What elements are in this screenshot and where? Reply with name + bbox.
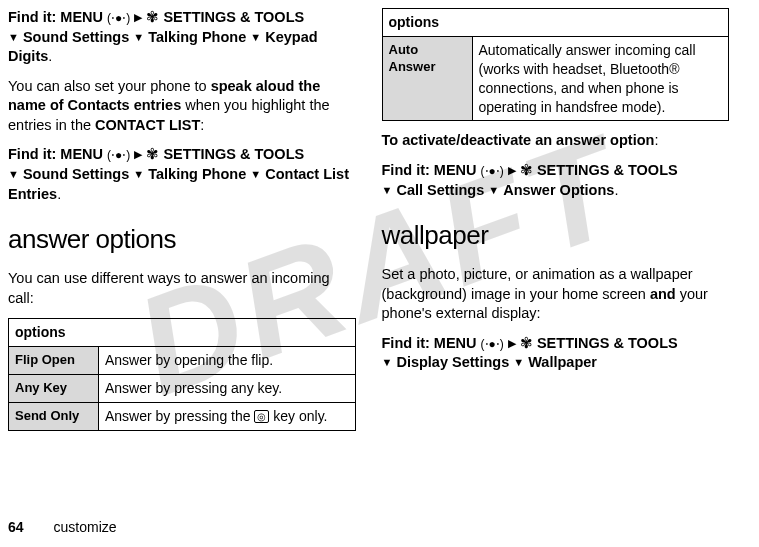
right-column: options Auto Answer Automatically answer… — [382, 8, 730, 500]
option-desc: Answer by pressing the ◎ key only. — [99, 402, 356, 430]
text: Set a photo, picture, or animation as a … — [382, 266, 693, 302]
option-desc: Answer by pressing any key. — [99, 375, 356, 403]
find-it-2: Find it: MENU (⋅●⋅) ▶ ✾ SETTINGS & TOOLS… — [8, 145, 356, 204]
find-label: Find it: — [382, 162, 430, 178]
option-desc: Answer by opening the flip. — [99, 347, 356, 375]
table-row: Auto Answer Automatically answer incomin… — [382, 36, 729, 121]
find-label: Find it: — [8, 146, 56, 162]
path-talking: Talking Phone — [148, 166, 246, 182]
settings-tools: SETTINGS & TOOLS — [537, 335, 678, 351]
option-name: Send Only — [9, 402, 99, 430]
section-label: customize — [54, 519, 117, 535]
center-key-icon: (⋅●⋅) — [481, 336, 504, 352]
find-label: Find it: — [8, 9, 56, 25]
wallpaper-heading: wallpaper — [382, 218, 730, 253]
tools-icon: ✾ — [146, 146, 159, 162]
contacts-paragraph: You can also set your phone to speak alo… — [8, 77, 356, 136]
path-sound: Sound Settings — [23, 29, 129, 45]
text: You can also set your phone to — [8, 78, 211, 94]
down-icon: ▼ — [8, 168, 19, 180]
down-icon: ▼ — [382, 184, 393, 196]
option-name: Flip Open — [9, 347, 99, 375]
option-name: Any Key — [9, 375, 99, 403]
left-column: Find it: MENU (⋅●⋅) ▶ ✾ SETTINGS & TOOLS… — [8, 8, 356, 500]
path-sound: Sound Settings — [23, 166, 129, 182]
menu-label: MENU — [60, 9, 103, 25]
down-icon: ▼ — [250, 31, 261, 43]
desc-b: key only. — [269, 408, 327, 424]
table-row: Send Only Answer by pressing the ◎ key o… — [9, 402, 356, 430]
answer-intro: You can use different ways to answer an … — [8, 269, 356, 308]
arrow-icon: ▶ — [134, 11, 142, 23]
options-table-left: options Flip Open Answer by opening the … — [8, 318, 356, 431]
path-call: Call Settings — [396, 182, 484, 198]
options-table-right: options Auto Answer Automatically answer… — [382, 8, 730, 121]
table-header: options — [382, 9, 729, 37]
tools-icon: ✾ — [520, 162, 533, 178]
option-desc: Automatically answer incoming call (work… — [472, 36, 729, 121]
page-body: Find it: MENU (⋅●⋅) ▶ ✾ SETTINGS & TOOLS… — [0, 0, 759, 500]
settings-tools: SETTINGS & TOOLS — [163, 9, 304, 25]
table-header: options — [9, 319, 356, 347]
center-key-icon: (⋅●⋅) — [481, 163, 504, 179]
tools-icon: ✾ — [146, 9, 159, 25]
table-row: Any Key Answer by pressing any key. — [9, 375, 356, 403]
down-icon: ▼ — [488, 184, 499, 196]
option-name: Auto Answer — [382, 36, 472, 121]
down-icon: ▼ — [382, 356, 393, 368]
path-answer: Answer Options — [503, 182, 614, 198]
settings-tools: SETTINGS & TOOLS — [163, 146, 304, 162]
path-talking: Talking Phone — [148, 29, 246, 45]
down-icon: ▼ — [8, 31, 19, 43]
find-label: Find it: — [382, 335, 430, 351]
find-it-4: Find it: MENU (⋅●⋅) ▶ ✾ SETTINGS & TOOLS… — [382, 334, 730, 373]
activate-line: To activate/deactivate an answer option: — [382, 131, 730, 151]
tools-icon: ✾ — [520, 335, 533, 351]
path-wallpaper: Wallpaper — [528, 354, 597, 370]
settings-tools: SETTINGS & TOOLS — [537, 162, 678, 178]
path-display: Display Settings — [396, 354, 509, 370]
activate-bold: To activate/deactivate an answer option — [382, 132, 655, 148]
find-it-3: Find it: MENU (⋅●⋅) ▶ ✾ SETTINGS & TOOLS… — [382, 161, 730, 200]
find-it-1: Find it: MENU (⋅●⋅) ▶ ✾ SETTINGS & TOOLS… — [8, 8, 356, 67]
contact-list-label: CONTACT LIST — [95, 117, 200, 133]
desc-a: Answer by pressing the — [105, 408, 254, 424]
down-icon: ▼ — [133, 168, 144, 180]
center-key-icon: (⋅●⋅) — [107, 147, 130, 163]
footer: 64customize — [8, 519, 117, 535]
table-row: Flip Open Answer by opening the flip. — [9, 347, 356, 375]
center-key-icon: (⋅●⋅) — [107, 10, 130, 26]
menu-label: MENU — [60, 146, 103, 162]
bold-and: and — [650, 286, 676, 302]
menu-label: MENU — [434, 162, 477, 178]
down-icon: ▼ — [133, 31, 144, 43]
page-number: 64 — [8, 519, 24, 535]
arrow-icon: ▶ — [508, 337, 516, 349]
answer-options-heading: answer options — [8, 222, 356, 257]
down-icon: ▼ — [513, 356, 524, 368]
menu-label: MENU — [434, 335, 477, 351]
wallpaper-paragraph: Set a photo, picture, or animation as a … — [382, 265, 730, 324]
arrow-icon: ▶ — [508, 164, 516, 176]
arrow-icon: ▶ — [134, 148, 142, 160]
down-icon: ▼ — [250, 168, 261, 180]
send-key-icon: ◎ — [254, 410, 269, 423]
